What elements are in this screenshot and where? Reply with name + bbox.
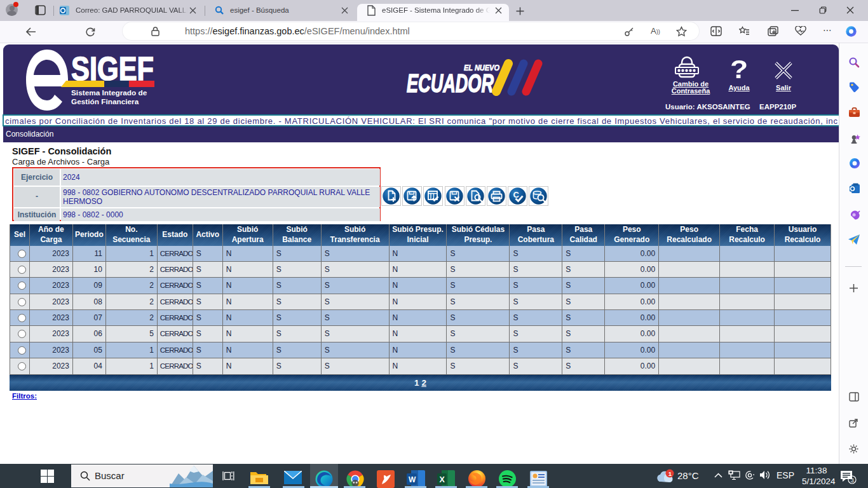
svg-text:C: C [513, 190, 520, 200]
svg-text:X: X [440, 475, 445, 484]
svg-text:1: 1 [668, 470, 672, 477]
svg-text:3: 3 [851, 477, 854, 484]
svg-text:W: W [409, 475, 416, 484]
svg-text:Sistema Integrado de: Sistema Integrado de [71, 88, 147, 97]
svg-text:ECUADOR: ECUADOR [407, 69, 494, 97]
svg-text:Gestión Financiera: Gestión Financiera [71, 97, 139, 106]
